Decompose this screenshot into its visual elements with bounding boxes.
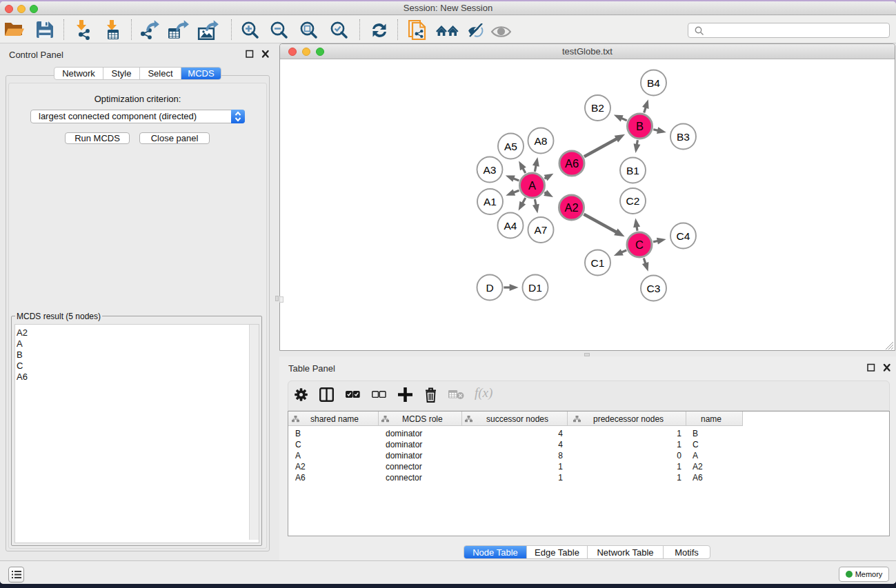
svg-text:A8: A8	[535, 135, 548, 147]
svg-text:A: A	[528, 179, 536, 192]
svg-text:A5: A5	[504, 141, 517, 152]
svg-text:C1: C1	[591, 257, 605, 269]
svg-text:B4: B4	[647, 77, 660, 89]
svg-text:A3: A3	[484, 164, 497, 176]
svg-text:B2: B2	[591, 102, 604, 114]
svg-text:C2: C2	[626, 195, 640, 207]
svg-text:B: B	[636, 120, 644, 132]
svg-text:D: D	[486, 282, 493, 294]
svg-text:C4: C4	[677, 230, 690, 242]
svg-text:C: C	[635, 239, 644, 251]
svg-text:A7: A7	[535, 224, 548, 236]
svg-text:D1: D1	[528, 282, 542, 294]
svg-text:A4: A4	[504, 220, 517, 232]
svg-text:A2: A2	[564, 201, 578, 214]
svg-text:A1: A1	[484, 196, 497, 207]
svg-text:B1: B1	[626, 165, 639, 176]
svg-text:C3: C3	[647, 283, 661, 294]
svg-text:A6: A6	[565, 157, 579, 170]
svg-text:B3: B3	[677, 131, 690, 143]
